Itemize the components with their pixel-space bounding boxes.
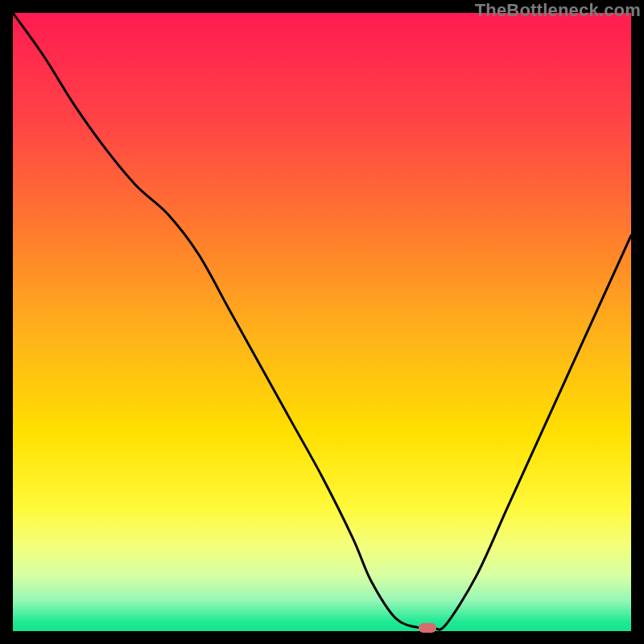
watermark-text: TheBottleneck.com: [475, 0, 641, 21]
optimum-marker: [419, 623, 436, 633]
chart-stage: TheBottleneck.com: [0, 0, 644, 644]
plot-area: [13, 13, 631, 631]
bottleneck-curve: [13, 13, 631, 631]
